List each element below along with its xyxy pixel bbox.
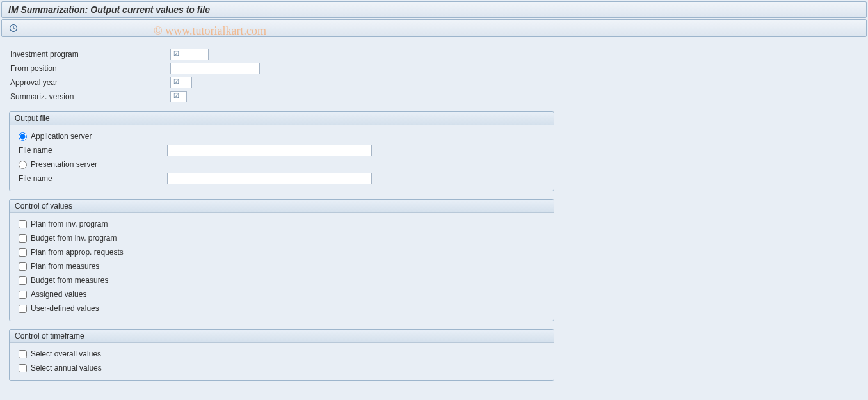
content-scroll[interactable]: Investment program ☑ From position Appro… [1,38,867,399]
control-of-timeframe-group: Control of timeframe Select overall valu… [9,329,554,381]
approval-year-label: Approval year [10,78,170,87]
budget-from-inv-program-checkbox[interactable] [19,234,27,243]
control-of-values-body: Plan from inv. program Budget from inv. … [10,213,554,321]
top-fields: Investment program ☑ From position Appro… [4,44,864,104]
file-name-2-label: File name [19,174,167,183]
control-of-timeframe-body: Select overall values Select annual valu… [10,343,554,380]
from-position-input[interactable] [170,63,260,74]
content-area: Investment program ☑ From position Appro… [1,38,867,399]
plan-from-approp-requests-label: Plan from approp. requests [31,248,124,257]
presentation-server-radio[interactable] [19,161,27,169]
select-annual-values-label: Select annual values [31,364,102,372]
page-title-bar: IM Summarization: Output current values … [1,1,867,18]
presentation-server-label: Presentation server [31,160,97,169]
control-of-values-header: Control of values [10,200,554,213]
toolbar [1,19,867,37]
approval-year-input[interactable] [170,77,192,88]
control-of-values-group: Control of values Plan from inv. program… [9,199,554,321]
plan-from-inv-program-label: Plan from inv. program [31,220,108,228]
application-server-radio[interactable] [19,132,27,141]
plan-from-measures-label: Plan from measures [31,262,99,271]
user-defined-values-checkbox[interactable] [19,305,27,313]
application-server-label: Application server [31,132,92,141]
file-name-1-label: File name [19,146,167,155]
budget-from-measures-label: Budget from measures [31,276,108,285]
execute-icon[interactable] [8,23,19,33]
from-position-label: From position [10,64,170,73]
plan-from-approp-requests-checkbox[interactable] [19,248,27,257]
budget-from-inv-program-label: Budget from inv. program [31,234,117,243]
control-of-timeframe-header: Control of timeframe [10,330,554,343]
investment-program-input[interactable] [170,49,209,60]
select-annual-values-checkbox[interactable] [19,364,27,372]
select-overall-values-checkbox[interactable] [19,350,27,358]
page-title: IM Summarization: Output current values … [8,4,210,15]
file-name-2-input[interactable] [167,173,372,184]
user-defined-values-label: User-defined values [31,304,99,313]
summariz-version-input[interactable] [170,91,187,102]
summariz-version-label: Summariz. version [10,92,170,101]
plan-from-inv-program-checkbox[interactable] [19,220,27,228]
plan-from-measures-checkbox[interactable] [19,262,27,271]
assigned-values-label: Assigned values [31,290,86,299]
budget-from-measures-checkbox[interactable] [19,276,27,285]
file-name-1-input[interactable] [167,145,372,156]
output-file-group: Output file Application server File name… [9,111,554,191]
output-file-header: Output file [10,112,554,125]
investment-program-label: Investment program [10,50,170,59]
assigned-values-checkbox[interactable] [19,291,27,299]
select-overall-values-label: Select overall values [31,349,101,358]
